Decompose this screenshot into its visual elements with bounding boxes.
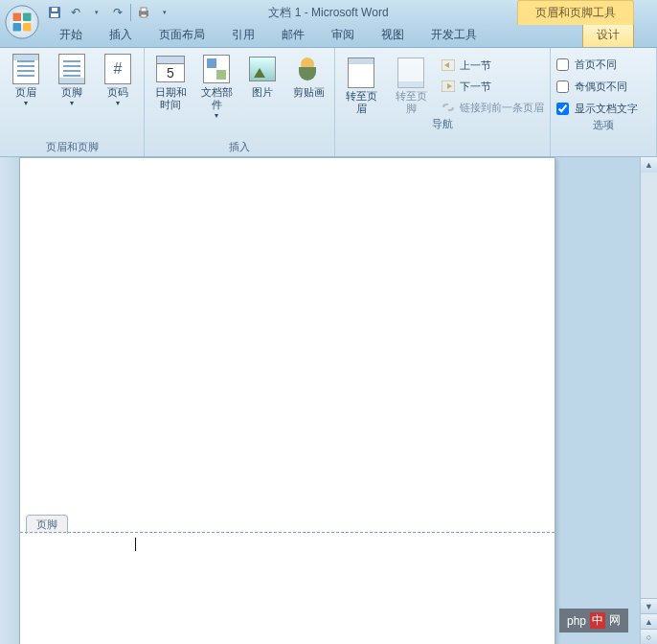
qat-customize-icon[interactable]: ▾: [156, 4, 173, 21]
left-margin: [0, 157, 19, 644]
page-number-icon: [102, 54, 133, 84]
clipart-icon: [293, 54, 324, 84]
watermark-badge: 中: [590, 612, 605, 629]
svg-rect-1: [13, 13, 22, 22]
dropdown-arrow-icon: ▾: [215, 111, 218, 120]
workspace: 页脚 php 中 网 ▲ ▼ ▲ ○: [0, 157, 657, 644]
save-icon[interactable]: [46, 4, 63, 21]
svg-rect-4: [23, 23, 32, 32]
footer-button[interactable]: 页脚 ▾: [52, 52, 92, 107]
document-area[interactable]: 页脚 php 中 网: [19, 157, 640, 644]
svg-point-0: [6, 6, 38, 38]
diff-odd-even-checkbox[interactable]: 奇偶页不同: [556, 80, 650, 94]
parts-icon: [201, 54, 232, 84]
svg-rect-3: [13, 23, 22, 32]
tab-design[interactable]: 设计: [582, 22, 634, 47]
tab-page-layout[interactable]: 页面布局: [146, 23, 218, 47]
qat-separator: [130, 4, 131, 21]
ribbon-tabs: 开始 插入 页面布局 引用 邮件 审阅 视图 开发工具 设计: [0, 25, 657, 48]
footer-icon: [57, 54, 87, 84]
browse-object-button[interactable]: ○: [641, 629, 657, 644]
vertical-scrollbar[interactable]: ▲ ▼ ▲ ○: [640, 157, 657, 644]
diff-first-page-checkbox[interactable]: 首页不同: [556, 58, 650, 72]
link-previous-button[interactable]: 链接到前一条页眉: [441, 100, 544, 115]
scroll-up-button[interactable]: ▲: [641, 157, 657, 172]
header-button[interactable]: 页眉 ▾: [6, 52, 46, 107]
text-cursor: [135, 538, 136, 551]
tab-view[interactable]: 视图: [368, 23, 418, 47]
goto-header-button[interactable]: 转至页眉: [341, 56, 381, 115]
svg-rect-9: [141, 8, 147, 12]
next-section-button[interactable]: 下一节: [441, 79, 544, 94]
ribbon: 页眉 ▾ 页脚 ▾ 页码 ▾ 页眉和页脚 5 日期和时间 文: [0, 48, 657, 157]
picture-button[interactable]: 图片: [242, 52, 283, 99]
dropdown-arrow-icon: ▾: [116, 99, 120, 107]
checkbox-input[interactable]: [556, 103, 569, 115]
svg-rect-6: [51, 13, 58, 17]
prev-section-icon: [441, 58, 456, 73]
tab-home[interactable]: 开始: [46, 23, 96, 47]
prev-page-button[interactable]: ▲: [641, 613, 657, 629]
goto-footer-icon: [396, 58, 426, 88]
show-doc-text-checkbox[interactable]: 显示文档文字: [556, 102, 650, 116]
tab-developer[interactable]: 开发工具: [418, 23, 490, 47]
quick-parts-button[interactable]: 文档部件 ▾: [196, 52, 237, 120]
footer-region-tab: 页脚: [26, 515, 68, 534]
date-time-button[interactable]: 5 日期和时间: [150, 52, 191, 111]
calendar-icon: 5: [155, 54, 186, 84]
undo-icon[interactable]: ↶: [67, 4, 84, 21]
ribbon-group-navigation: 转至页眉 转至页脚 上一节 下一节 链接到前一条页眉: [335, 48, 551, 156]
page-number-button[interactable]: 页码 ▾: [98, 52, 138, 107]
tab-insert[interactable]: 插入: [96, 23, 146, 47]
redo-icon[interactable]: ↷: [109, 4, 126, 21]
clipart-button[interactable]: 剪贴画: [288, 52, 328, 99]
titlebar: ↶ ▾ ↷ ▾ 文档 1 - Microsoft Word 页眉和页脚工具: [0, 0, 657, 25]
watermark: php 中 网: [559, 609, 628, 632]
ribbon-group-options: 首页不同 奇偶页不同 显示文档文字 选项: [551, 48, 657, 156]
svg-rect-10: [141, 14, 147, 17]
link-icon: [441, 100, 456, 115]
scroll-track[interactable]: [641, 172, 657, 598]
prev-section-button[interactable]: 上一节: [441, 58, 544, 73]
goto-footer-button[interactable]: 转至页脚: [391, 56, 431, 115]
tab-mailings[interactable]: 邮件: [268, 23, 318, 47]
tab-review[interactable]: 审阅: [318, 23, 368, 47]
dropdown-arrow-icon: ▾: [70, 99, 74, 107]
svg-rect-7: [52, 8, 57, 12]
window-title: 文档 1 - Microsoft Word: [268, 5, 388, 21]
footer-boundary-line: [20, 532, 555, 533]
group-label: 页眉和页脚: [6, 138, 138, 156]
picture-icon: [247, 54, 278, 84]
checkbox-input[interactable]: [556, 80, 569, 93]
goto-header-icon: [346, 58, 376, 88]
group-label: 导航: [341, 115, 544, 133]
page[interactable]: 页脚: [19, 157, 555, 644]
office-button[interactable]: [4, 4, 40, 40]
scroll-down-button[interactable]: ▼: [641, 598, 657, 613]
group-label: 选项: [556, 116, 650, 134]
print-icon[interactable]: [135, 4, 152, 21]
quick-access-toolbar: ↶ ▾ ↷ ▾: [46, 0, 173, 25]
group-label: 插入: [150, 138, 328, 156]
undo-dropdown-icon[interactable]: ▾: [88, 4, 105, 21]
ribbon-group-insert: 5 日期和时间 文档部件 ▾ 图片 剪贴画 插入: [145, 48, 335, 156]
header-icon: [11, 54, 41, 84]
context-tab-header: 页眉和页脚工具: [517, 0, 634, 25]
ribbon-group-header-footer: 页眉 ▾ 页脚 ▾ 页码 ▾ 页眉和页脚: [0, 48, 145, 156]
dropdown-arrow-icon: ▾: [24, 99, 28, 107]
next-section-icon: [441, 79, 456, 94]
tab-references[interactable]: 引用: [218, 23, 268, 47]
svg-rect-2: [23, 13, 32, 22]
checkbox-input[interactable]: [556, 58, 569, 71]
